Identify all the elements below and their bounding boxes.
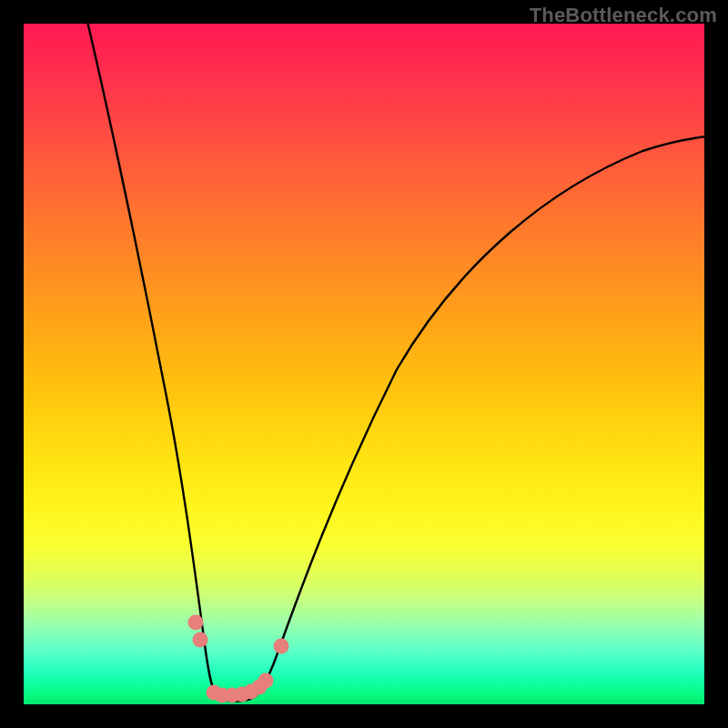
- data-marker: [188, 615, 204, 631]
- bottleneck-curve: [24, 24, 704, 704]
- plot-area: [24, 24, 704, 704]
- curve-path: [85, 24, 704, 702]
- data-marker: [273, 639, 288, 654]
- chart-frame: TheBottleneck.com: [0, 0, 728, 728]
- data-marker: [258, 672, 274, 688]
- data-marker: [192, 632, 207, 647]
